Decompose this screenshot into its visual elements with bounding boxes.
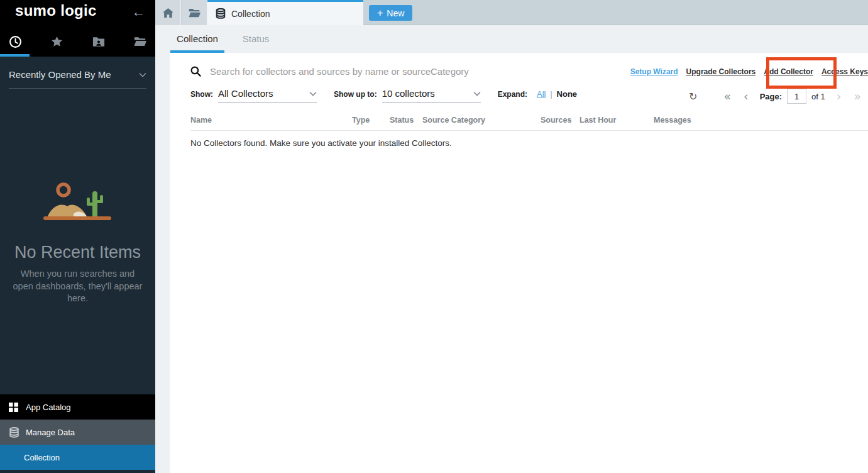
no-recent-items-title: No Recent Items xyxy=(0,243,155,262)
favorites-star-icon[interactable] xyxy=(49,34,64,49)
database-icon xyxy=(216,8,226,19)
main-area: Collection + New Collection Status Setup… xyxy=(155,0,868,473)
expand-label: Expand: xyxy=(498,90,527,99)
desert-cactus-illustration xyxy=(38,181,117,226)
upgrade-collectors-link[interactable]: Upgrade Collectors xyxy=(686,67,756,76)
refresh-icon[interactable]: ↻ xyxy=(689,91,697,103)
open-folder-icon xyxy=(189,8,201,18)
last-page-icon[interactable]: » xyxy=(854,91,861,103)
active-nav-indicator xyxy=(0,54,30,57)
collapse-sidebar-icon[interactable]: ← xyxy=(132,4,145,19)
column-type: Type xyxy=(352,116,370,125)
column-last-hour: Last Hour xyxy=(580,116,616,125)
new-tab-button[interactable]: + New xyxy=(369,5,412,21)
search-input[interactable] xyxy=(210,66,537,77)
column-messages: Messages xyxy=(654,116,691,125)
grid-icon xyxy=(9,403,20,412)
limit-value: 10 collectors xyxy=(382,88,435,99)
sidebar-item-collection[interactable]: Collection xyxy=(0,445,155,470)
sidebar-bottom-menu: App Catalog Manage Data Collection xyxy=(0,394,155,470)
page-total: of 1 xyxy=(811,92,825,101)
chevron-down-icon xyxy=(309,91,317,96)
subtab-bar: Collection Status xyxy=(155,25,868,53)
column-status: Status xyxy=(390,116,414,125)
collector-action-links: Setup Wizard Upgrade Collectors Add Coll… xyxy=(630,67,868,76)
home-tab-button[interactable] xyxy=(155,0,181,25)
home-icon xyxy=(163,8,173,18)
sidebar-nav-icons xyxy=(0,34,155,49)
prev-page-icon[interactable]: ‹ xyxy=(744,91,749,103)
show-up-to-label: Show up to: xyxy=(334,90,377,99)
recent-items-filter-dropdown[interactable]: Recently Opened By Me xyxy=(9,69,146,89)
app-window: sumo logic ← Recently Opened By Me xyxy=(0,0,868,473)
database-icon xyxy=(9,427,20,438)
content-panel: Setup Wizard Upgrade Collectors Add Coll… xyxy=(170,53,868,473)
show-label: Show: xyxy=(190,90,213,99)
sidebar-header: sumo logic ← xyxy=(0,0,155,57)
recents-clock-icon[interactable] xyxy=(8,34,23,49)
search-bar xyxy=(190,62,537,81)
search-icon xyxy=(190,66,201,77)
first-page-icon[interactable]: « xyxy=(723,91,731,103)
table-header-divider xyxy=(190,130,868,131)
expand-all-link[interactable]: All xyxy=(537,89,546,99)
show-filter-value: All Collectors xyxy=(218,88,273,99)
pagination-controls: ↻ « ‹ Page: of 1 › » xyxy=(689,88,861,104)
library-tab-button[interactable] xyxy=(182,0,207,25)
plus-icon: + xyxy=(377,8,383,18)
chevron-down-icon xyxy=(139,72,146,77)
tab-label: Collection xyxy=(231,9,270,19)
page-label: Page: xyxy=(760,92,782,101)
column-source-category: Source Category xyxy=(422,116,485,125)
recent-filter-label: Recently Opened By Me xyxy=(9,69,111,80)
add-collector-link[interactable]: Add Collector xyxy=(764,67,813,76)
new-button-label: New xyxy=(387,8,404,18)
sidebar-item-app-catalog[interactable]: App Catalog xyxy=(0,394,155,420)
personal-folder-icon[interactable] xyxy=(91,34,106,49)
separator: | xyxy=(550,90,552,99)
sidebar-item-label: Manage Data xyxy=(26,428,75,437)
expand-controls: Expand: All | None xyxy=(498,89,577,99)
access-keys-link[interactable]: Access Keys xyxy=(821,67,868,76)
subtab-status[interactable]: Status xyxy=(237,25,275,53)
limit-dropdown[interactable]: 10 collectors xyxy=(382,88,481,103)
subtab-collection[interactable]: Collection xyxy=(170,25,224,53)
sumo-logic-logo: sumo logic xyxy=(15,2,97,19)
sidebar-item-label: App Catalog xyxy=(26,403,71,412)
page-number-input[interactable] xyxy=(787,89,806,104)
tab-collection[interactable]: Collection xyxy=(207,0,363,25)
setup-wizard-link[interactable]: Setup Wizard xyxy=(630,67,678,76)
collector-table-header: Name Type Status Source Category Sources… xyxy=(170,116,868,130)
chevron-down-icon xyxy=(473,91,481,96)
empty-table-message: No Collectors found. Make sure you activ… xyxy=(190,138,452,148)
sidebar-item-label: Collection xyxy=(24,453,60,462)
no-recent-items-subtitle: When you run searches and open dashboard… xyxy=(10,268,145,305)
show-filter-dropdown[interactable]: All Collectors xyxy=(218,88,317,103)
sidebar-item-manage-data[interactable]: Manage Data xyxy=(0,420,155,445)
tab-strip: Collection + New xyxy=(155,0,868,25)
column-sources: Sources xyxy=(541,116,571,125)
column-name: Name xyxy=(190,116,212,125)
library-folder-icon[interactable] xyxy=(133,34,148,49)
sidebar: sumo logic ← Recently Opened By Me xyxy=(0,0,155,473)
sidebar-empty-state: No Recent Items When you run searches an… xyxy=(0,181,155,305)
next-page-icon[interactable]: › xyxy=(837,91,842,103)
expand-none-link[interactable]: None xyxy=(557,89,578,99)
